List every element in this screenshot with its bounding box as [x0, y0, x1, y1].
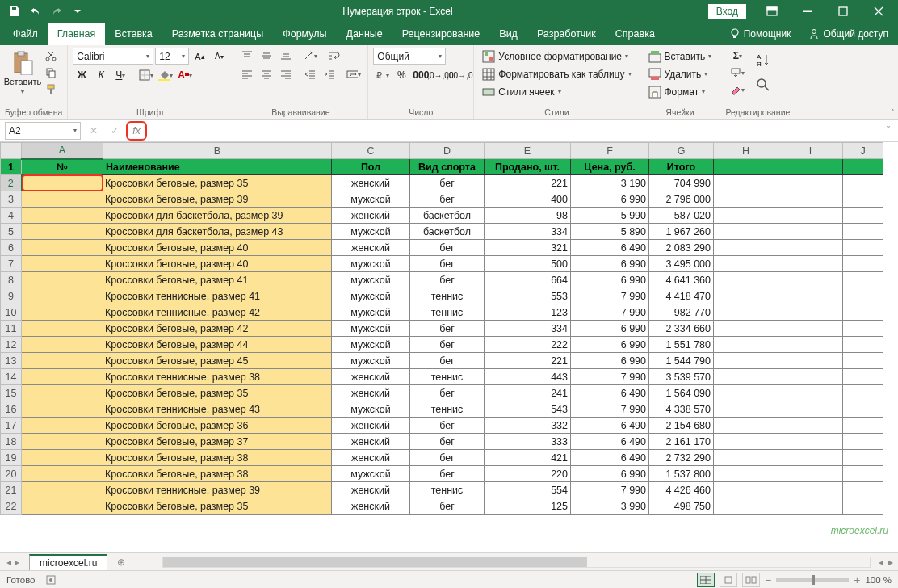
cell[interactable]: бег [410, 337, 485, 353]
cell[interactable]: бег [410, 450, 485, 466]
cell[interactable]: 123 [485, 304, 571, 321]
cell[interactable]: 4 641 360 [649, 272, 714, 288]
cell[interactable]: 704 990 [649, 175, 714, 191]
cell[interactable]: 334 [485, 321, 571, 337]
cell[interactable]: Кроссовки теннисные, размер 38 [103, 369, 332, 385]
cell[interactable]: 421 [485, 450, 571, 466]
table-row[interactable]: 19Кроссовки беговые, размер 38женскийбег… [1, 450, 883, 466]
cell[interactable]: 6 990 [571, 321, 649, 337]
table-row[interactable]: 16Кроссовки теннисные, размер 43мужскойт… [1, 401, 883, 418]
cell[interactable]: 221 [485, 175, 571, 191]
cell[interactable] [22, 240, 103, 256]
cell-styles-button[interactable]: Стили ячеек▾ [479, 83, 634, 100]
tab-layout[interactable]: Разметка страницы [162, 23, 273, 45]
cell[interactable]: 1 537 800 [649, 466, 714, 482]
percent-button[interactable]: % [392, 67, 410, 83]
row-header[interactable]: 1 [1, 159, 22, 175]
font-size-select[interactable]: 12▾ [155, 48, 189, 65]
align-middle-button[interactable] [258, 48, 275, 64]
fill-button[interactable]: ▾ [725, 65, 749, 81]
table-row[interactable]: 20Кроссовки беговые, размер 38мужскойбег… [1, 466, 883, 482]
cell[interactable]: мужской [332, 353, 410, 369]
cell[interactable]: теннис [410, 369, 485, 385]
tab-developer[interactable]: Разработчик [527, 23, 606, 45]
borders-button[interactable]: ▾ [137, 67, 155, 83]
cell[interactable]: 6 990 [571, 191, 649, 208]
column-headers[interactable]: A B C D E F G H I J [1, 143, 883, 159]
scroll-right-icon[interactable]: ▸ [883, 556, 898, 568]
zoom-out-button[interactable]: − [765, 573, 771, 586]
cell[interactable]: мужской [332, 304, 410, 321]
row-header[interactable]: 13 [1, 353, 22, 369]
tab-file[interactable]: Файл [3, 23, 48, 45]
cell[interactable]: Кроссовки беговые, размер 35 [103, 498, 332, 514]
undo-icon[interactable] [26, 2, 45, 21]
wrap-text-button[interactable] [325, 48, 343, 64]
cell[interactable]: 587 020 [649, 208, 714, 224]
cell[interactable]: Кроссовки беговые, размер 35 [103, 385, 332, 401]
underline-button[interactable]: Ч▾ [111, 67, 129, 83]
cell[interactable] [22, 385, 103, 401]
cell[interactable]: теннис [410, 304, 485, 321]
cell[interactable]: бег [410, 385, 485, 401]
cell[interactable]: теннис [410, 482, 485, 498]
cell[interactable]: мужской [332, 272, 410, 288]
align-right-button[interactable] [277, 66, 295, 82]
table-row[interactable]: 4Кроссовки для баскетбола, размер 39женс… [1, 208, 883, 224]
cell[interactable]: бег [410, 256, 485, 272]
cell[interactable] [22, 434, 103, 450]
cell[interactable]: 2 732 290 [649, 450, 714, 466]
cell[interactable]: 3 190 [571, 175, 649, 191]
table-row[interactable]: 6Кроссовки беговые, размер 40женскийбег3… [1, 240, 883, 256]
cell[interactable] [22, 224, 103, 240]
cell[interactable] [22, 369, 103, 385]
row-header[interactable]: 11 [1, 321, 22, 337]
formula-input[interactable] [150, 122, 879, 140]
ribbon-options-icon[interactable] [756, 0, 788, 23]
tab-data[interactable]: Данные [337, 23, 392, 45]
cell[interactable] [22, 498, 103, 514]
cell[interactable]: 2 154 680 [649, 418, 714, 434]
page-layout-view-button[interactable] [720, 573, 737, 587]
cell[interactable]: 3 495 000 [649, 256, 714, 272]
cell[interactable]: 2 796 000 [649, 191, 714, 208]
cell[interactable]: мужской [332, 321, 410, 337]
col-header-d[interactable]: D [410, 143, 485, 159]
col-header-j[interactable]: J [843, 143, 883, 159]
cell[interactable]: бег [410, 434, 485, 450]
cell[interactable]: 4 338 570 [649, 401, 714, 418]
row-header[interactable]: 9 [1, 288, 22, 304]
table-row[interactable]: 12Кроссовки беговые, размер 44мужскойбег… [1, 337, 883, 353]
cell[interactable]: бег [410, 353, 485, 369]
redo-icon[interactable] [47, 2, 66, 21]
table-row[interactable]: 18Кроссовки беговые, размер 37женскийбег… [1, 434, 883, 450]
cell[interactable]: Кроссовки теннисные, размер 43 [103, 401, 332, 418]
cell[interactable] [22, 272, 103, 288]
cell[interactable]: 6 490 [571, 385, 649, 401]
cell[interactable]: 4 426 460 [649, 482, 714, 498]
cell[interactable]: 1 544 790 [649, 353, 714, 369]
table-row[interactable]: 10Кроссовки теннисные, размер 42мужскойт… [1, 304, 883, 321]
row-header[interactable]: 10 [1, 304, 22, 321]
table-row[interactable]: 21Кроссовки теннисные, размер 39женскийт… [1, 482, 883, 498]
cell[interactable]: женский [332, 385, 410, 401]
row-header[interactable]: 16 [1, 401, 22, 418]
zoom-level[interactable]: 100 % [865, 575, 892, 585]
row-header[interactable]: 8 [1, 272, 22, 288]
cell[interactable]: 98 [485, 208, 571, 224]
cell[interactable]: 7 990 [571, 288, 649, 304]
cell[interactable]: баскетбол [410, 208, 485, 224]
font-color-button[interactable]: А▾ [176, 67, 194, 83]
cell[interactable]: 6 490 [571, 450, 649, 466]
cell[interactable]: Кроссовки беговые, размер 39 [103, 191, 332, 208]
row-header[interactable]: 4 [1, 208, 22, 224]
macro-record-icon[interactable] [45, 574, 57, 586]
sheet-tab[interactable]: microexcel.ru [29, 554, 107, 570]
tab-help[interactable]: Справка [606, 23, 665, 45]
cell[interactable]: 6 490 [571, 418, 649, 434]
cell[interactable]: 7 990 [571, 304, 649, 321]
cell[interactable]: 1 551 780 [649, 337, 714, 353]
orientation-button[interactable]: ▾ [301, 48, 319, 64]
cell[interactable]: женский [332, 498, 410, 514]
cell[interactable] [22, 353, 103, 369]
